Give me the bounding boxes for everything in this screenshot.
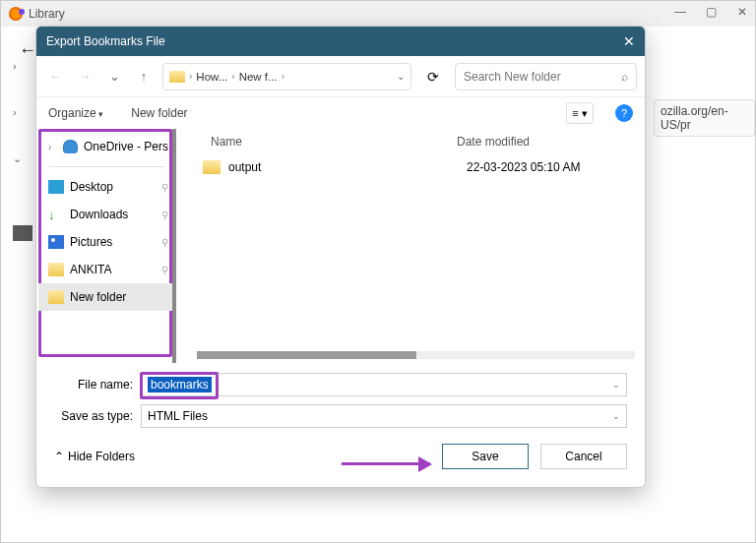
nav-history-icon[interactable]: ⌄ (103, 66, 125, 88)
annotation-arrow (342, 462, 430, 465)
window-buttons: — ▢ ✕ (674, 5, 749, 17)
library-tree-chevrons: ››⌄ (13, 60, 22, 165)
savetype-value: HTML Files (148, 409, 208, 423)
organize-menu[interactable]: Organize (48, 106, 103, 120)
pin-icon: ⚲ (161, 182, 168, 193)
search-icon: ⌕ (621, 70, 628, 84)
chevron-down-icon[interactable]: ⌄ (397, 71, 405, 82)
folder-icon (48, 290, 64, 304)
filename-row: File name: bookmarks ⌄ (54, 373, 627, 396)
view-menu[interactable]: ≡ ▾ (566, 102, 594, 124)
nav-label: Desktop (70, 180, 113, 194)
savetype-label: Save as type: (54, 409, 133, 423)
nav-pane: › OneDrive - Pers Desktop ⚲ ↓ Downloads … (36, 129, 174, 363)
file-header: Name Date modified (175, 129, 645, 154)
nav-pictures[interactable]: Pictures ⚲ (38, 228, 174, 256)
nav-back-icon[interactable]: ← (44, 66, 66, 88)
desktop-icon (48, 180, 64, 194)
breadcrumb[interactable]: › How... › New f... › ⌄ (162, 63, 411, 90)
cancel-button[interactable]: Cancel (540, 444, 627, 469)
folder-icon (48, 263, 64, 276)
pin-icon: ⚲ (161, 237, 168, 248)
nav-label: OneDrive - Pers (84, 140, 168, 153)
folder-icon (203, 160, 220, 174)
file-pane: Name Date modified output 22-03-2023 05:… (174, 129, 645, 363)
dialog-footer: ⌃ Hide Folders Save Cancel (36, 436, 645, 483)
pin-icon: ⚲ (161, 265, 168, 275)
chevron-down-icon[interactable]: ⌄ (612, 380, 620, 390)
nav-label: Pictures (70, 235, 112, 249)
scroll-thumb[interactable] (197, 351, 416, 359)
dialog-titlebar: Export Bookmarks File ✕ (36, 27, 645, 56)
library-title-text: Library (29, 7, 65, 21)
row-date: 22-03-2023 05:10 AM (467, 160, 580, 174)
export-dialog: Export Bookmarks File ✕ ← → ⌄ ↑ › How...… (35, 26, 646, 488)
pin-icon: ⚲ (161, 210, 168, 220)
col-name[interactable]: Name (211, 135, 457, 149)
minimize-icon[interactable]: — (674, 5, 686, 17)
nav-forward-icon[interactable]: → (74, 66, 95, 88)
nav-up-icon[interactable]: ↑ (133, 66, 155, 88)
form-area: File name: bookmarks ⌄ Save as type: HTM… (36, 363, 645, 428)
nav-divider (48, 166, 164, 167)
dialog-close-icon[interactable]: ✕ (623, 33, 635, 49)
nav-downloads[interactable]: ↓ Downloads ⚲ (38, 201, 174, 228)
horizontal-scrollbar[interactable] (197, 351, 635, 359)
library-url-fragment: ozilla.org/en-US/pr (654, 99, 755, 137)
crumb-1[interactable]: How... (196, 71, 227, 83)
save-button[interactable]: Save (442, 444, 529, 469)
nav-onedrive[interactable]: › OneDrive - Pers (38, 133, 174, 160)
dialog-toolbar: Organize New folder ≡ ▾ ? (36, 97, 645, 129)
nav-desktop[interactable]: Desktop ⚲ (38, 173, 174, 201)
col-date[interactable]: Date modified (457, 135, 530, 149)
chevron-up-icon: ⌃ (54, 450, 64, 463)
download-icon: ↓ (48, 208, 64, 221)
cloud-icon (63, 140, 78, 153)
filename-field[interactable]: bookmarks ⌄ (141, 373, 627, 396)
close-icon[interactable]: ✕ (737, 5, 749, 17)
splitter[interactable] (172, 129, 176, 363)
dialog-navbar: ← → ⌄ ↑ › How... › New f... › ⌄ ⟳ ⌕ (36, 56, 645, 97)
hide-folders-toggle[interactable]: ⌃ Hide Folders (54, 450, 135, 463)
search-field[interactable] (464, 70, 628, 84)
filename-value: bookmarks (148, 377, 212, 392)
row-name: output (228, 160, 467, 174)
crumb-2[interactable]: New f... (239, 71, 278, 83)
nav-label: ANKITA (70, 263, 111, 276)
table-row[interactable]: output 22-03-2023 05:10 AM (175, 154, 645, 180)
nav-label: Downloads (70, 208, 128, 221)
nav-ankita[interactable]: ANKITA ⚲ (38, 256, 174, 283)
nav-newfolder[interactable]: New folder (38, 283, 174, 311)
help-icon[interactable]: ? (615, 104, 633, 122)
chevron-right-icon: › (48, 142, 57, 152)
library-selected-row (13, 225, 32, 241)
folder-icon (169, 71, 185, 83)
new-folder-button[interactable]: New folder (131, 106, 187, 120)
dialog-title-text: Export Bookmarks File (46, 34, 165, 48)
refresh-icon[interactable]: ⟳ (419, 63, 447, 90)
library-titlebar: Library — ▢ ✕ (1, 1, 755, 27)
dialog-body: › OneDrive - Pers Desktop ⚲ ↓ Downloads … (36, 129, 645, 363)
filename-label: File name: (54, 378, 133, 392)
maximize-icon[interactable]: ▢ (706, 5, 718, 17)
chevron-down-icon[interactable]: ⌄ (612, 411, 620, 421)
search-input[interactable]: ⌕ (455, 63, 637, 90)
savetype-field[interactable]: HTML Files ⌄ (141, 404, 627, 428)
hide-folders-label: Hide Folders (68, 450, 135, 463)
pictures-icon (48, 235, 64, 249)
savetype-row: Save as type: HTML Files ⌄ (54, 404, 627, 428)
library-back-icon[interactable]: ← (19, 40, 36, 61)
firefox-icon (9, 7, 23, 21)
nav-label: New folder (70, 290, 126, 304)
